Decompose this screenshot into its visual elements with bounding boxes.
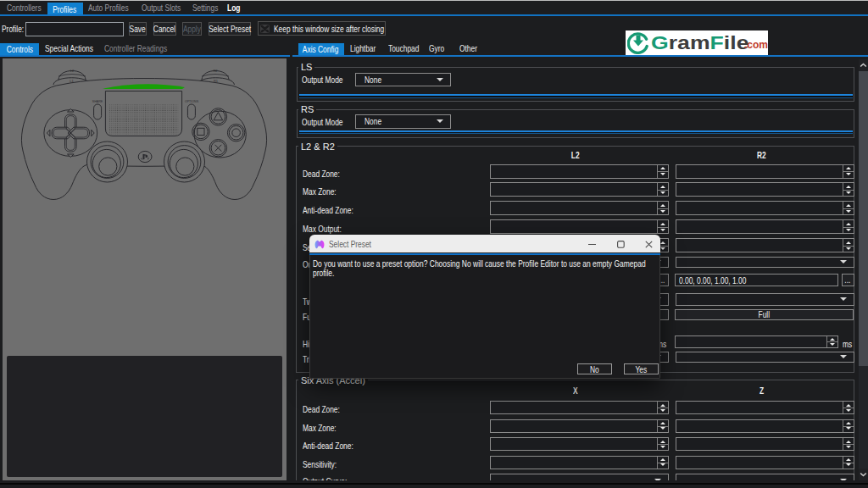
svg-text:SHARE: SHARE [92,100,103,103]
svg-text:OPTIONS: OPTIONS [185,100,199,103]
svg-text:R1: R1 [214,79,219,83]
svg-text:L2: L2 [70,69,75,73]
svg-text:R2: R2 [213,69,218,73]
svg-text:L1: L1 [70,79,74,83]
